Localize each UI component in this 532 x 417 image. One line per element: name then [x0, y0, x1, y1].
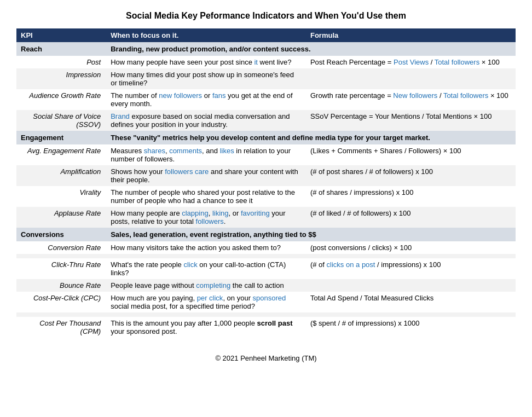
table-row: Cost-Per-Click (CPC)How much are you pay…: [16, 292, 516, 312]
kpi-cell: [16, 254, 106, 258]
section-description: Sales, lead generation, event registrati…: [106, 228, 516, 241]
table-row: AmplificationShows how your followers ca…: [16, 165, 516, 186]
kpi-cell: Post: [16, 56, 106, 68]
kpi-cell: Cost Per Thousand (CPM): [16, 317, 106, 338]
table-row: Conversion RateHow many visitors take th…: [16, 241, 516, 254]
table-row: ImpressionHow many times did your post s…: [16, 68, 516, 89]
when-cell: How many times did your post show up in …: [106, 68, 306, 89]
kpi-cell: Conversion Rate: [16, 241, 106, 254]
when-cell: How much are you paying, per click, on y…: [106, 292, 306, 312]
when-cell: [106, 254, 306, 258]
kpi-cell: Applause Rate: [16, 207, 106, 228]
when-cell: The number of new followers or fans you …: [106, 89, 306, 110]
kpi-cell: Cost-Per-Click (CPC): [16, 292, 106, 312]
table-row: Click-Thru RateWhat's the rate people cl…: [16, 258, 516, 279]
formula-cell: (# of liked / # of followers) x 100: [306, 207, 516, 228]
section-name: Conversions: [16, 228, 106, 241]
when-cell: Measures shares, comments, and likes in …: [106, 144, 306, 165]
when-cell: People leave page without completing the…: [106, 279, 306, 292]
section-header-reach: ReachBranding, new product promotion, an…: [16, 42, 516, 56]
section-header-conversions: ConversionsSales, lead generation, event…: [16, 228, 516, 241]
section-name: Reach: [16, 42, 106, 56]
formula-cell: (# of clicks on a post / impressions) x …: [306, 258, 516, 279]
formula-cell: (Likes + Comments + Shares / Followers) …: [306, 144, 516, 165]
formula-cell: (# of shares / impressions) x 100: [306, 186, 516, 207]
when-cell: The number of people who shared your pos…: [106, 186, 306, 207]
when-cell: How many people are clapping, liking, or…: [106, 207, 306, 228]
table-row: Audience Growth RateThe number of new fo…: [16, 89, 516, 110]
footer-text: © 2021 Penheel Marketing (TM): [215, 354, 316, 362]
section-description: These "vanity" metrics help you develop …: [106, 131, 516, 144]
formula-cell: [306, 279, 516, 292]
kpi-cell: Bounce Rate: [16, 279, 106, 292]
table-row: Cost Per Thousand (CPM)This is the amoun…: [16, 317, 516, 338]
section-description: Branding, new product promotion, and/or …: [106, 42, 516, 56]
when-cell: Shows how your followers care and share …: [106, 165, 306, 186]
formula-cell: [306, 254, 516, 258]
when-cell: This is the amount you pay after 1,000 p…: [106, 317, 306, 338]
formula-cell: Post Reach Percentage = Post Views / Tot…: [306, 56, 516, 68]
kpi-cell: Audience Growth Rate: [16, 89, 106, 110]
when-cell: Brand exposure based on social media con…: [106, 110, 306, 131]
when-cell: How many people have seen your post sinc…: [106, 56, 306, 68]
col-header-formula: Formula: [306, 28, 516, 42]
formula-cell: [306, 312, 516, 317]
kpi-cell: Click-Thru Rate: [16, 258, 106, 279]
kpi-cell: Social Share of Voice (SSOV): [16, 110, 106, 131]
when-cell: What's the rate people click on your cal…: [106, 258, 306, 279]
section-name: Engagement: [16, 131, 106, 144]
table-row: Bounce RatePeople leave page without com…: [16, 279, 516, 292]
col-header-when: When to focus on it.: [106, 28, 306, 42]
table-row: [16, 254, 516, 258]
kpi-cell: Virality: [16, 186, 106, 207]
table-row: PostHow many people have seen your post …: [16, 56, 516, 68]
when-cell: How many visitors take the action you as…: [106, 241, 306, 254]
table-header-row: KPI When to focus on it. Formula: [16, 28, 516, 42]
kpi-cell: Avg. Engagement Rate: [16, 144, 106, 165]
kpi-table: KPI When to focus on it. Formula ReachBr…: [16, 28, 516, 338]
footer: © 2021 Penheel Marketing (TM): [16, 354, 516, 362]
table-row: ViralityThe number of people who shared …: [16, 186, 516, 207]
kpi-cell: [16, 312, 106, 317]
col-header-kpi: KPI: [16, 28, 106, 42]
table-row: Avg. Engagement RateMeasures shares, com…: [16, 144, 516, 165]
formula-cell: Growth rate percentage = New followers /…: [306, 89, 516, 110]
section-header-engagement: EngagementThese "vanity" metrics help yo…: [16, 131, 516, 144]
table-row: Applause RateHow many people are clappin…: [16, 207, 516, 228]
formula-cell: ($ spent / # of impressions) x 1000: [306, 317, 516, 338]
kpi-cell: Impression: [16, 68, 106, 89]
kpi-cell: Amplification: [16, 165, 106, 186]
formula-cell: SSoV Percentage = Your Mentions / Total …: [306, 110, 516, 131]
formula-cell: [306, 68, 516, 89]
formula-cell: Total Ad Spend / Total Measured Clicks: [306, 292, 516, 312]
when-cell: [106, 312, 306, 317]
formula-cell: (# of post shares / # of followers) x 10…: [306, 165, 516, 186]
formula-cell: (post conversions / clicks) × 100: [306, 241, 516, 254]
table-row: [16, 312, 516, 317]
table-row: Social Share of Voice (SSOV)Brand exposu…: [16, 110, 516, 131]
page-title: Social Media Key Peformance Indicators a…: [16, 11, 516, 21]
